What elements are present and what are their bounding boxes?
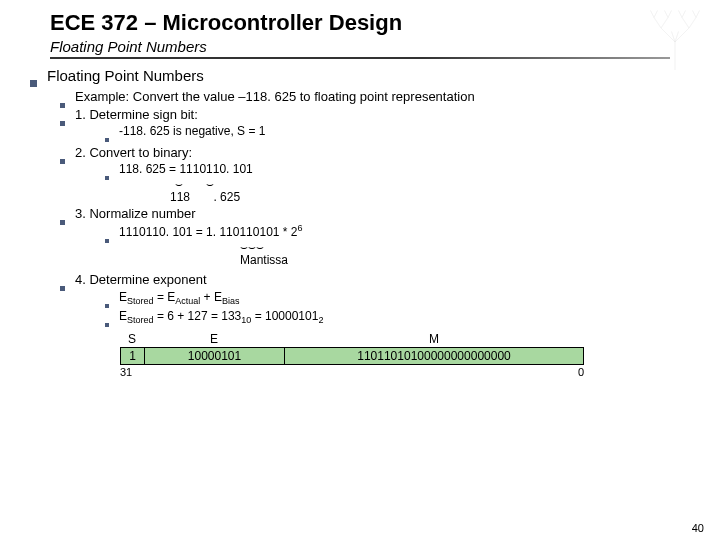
course-title: ECE 372 – Microcontroller Design	[50, 10, 720, 36]
mantissa-bits: 11011010100000000000000	[284, 347, 584, 365]
example-line: Example: Convert the value –118. 625 to …	[60, 88, 720, 106]
exponent-bits: 10000101	[144, 347, 284, 365]
bit-field-labels: S E M	[120, 332, 720, 346]
decorative-tree-graphic	[630, 0, 720, 70]
bracket-graphic: ⌣⌣⌣	[240, 241, 720, 253]
step4-eq2: EStored = 6 + 127 = 13310 = 100001012	[105, 308, 720, 327]
page-number: 40	[692, 522, 704, 534]
bit-layout: S E M 1 10000101 11011010100000000000000…	[120, 332, 720, 378]
bullet-icon	[60, 220, 65, 225]
bracket-graphic: ⌣ ⌣	[175, 178, 720, 190]
bit-positions: 31 0	[120, 366, 584, 378]
mantissa-label: Mantissa	[240, 253, 720, 267]
step2: 2. Convert to binary:	[60, 144, 720, 162]
section-heading: Floating Point Numbers	[30, 67, 720, 84]
bullet-icon	[105, 176, 109, 180]
sign-bit: 1	[120, 347, 144, 365]
bit-boxes: 1 10000101 11011010100000000000000	[120, 347, 720, 365]
topic-subtitle: Floating Point Numbers	[50, 38, 720, 55]
step4-eq1: EStored = EActual + EBias	[105, 289, 720, 308]
step2-detail: 118. 625 = 1110110. 101	[105, 161, 720, 178]
bullet-icon	[30, 80, 37, 87]
bullet-icon	[60, 121, 65, 126]
step3-detail: 1110110. 101 = 1. 110110101 * 26	[105, 222, 720, 241]
step2-parts: 118 . 625	[170, 190, 720, 204]
step1-detail: -118. 625 is negative, S = 1	[105, 123, 720, 140]
bullet-icon	[105, 239, 109, 243]
slide-header: ECE 372 – Microcontroller Design Floatin…	[0, 0, 720, 55]
step4: 4. Determine exponent	[60, 271, 720, 289]
step3: 3. Normalize number	[60, 205, 720, 223]
bullet-icon	[105, 304, 109, 308]
step1: 1. Determine sign bit:	[60, 106, 720, 124]
slide-content: Floating Point Numbers Example: Convert …	[0, 59, 720, 378]
bullet-icon	[60, 286, 65, 291]
bullet-icon	[60, 159, 65, 164]
bullet-icon	[105, 138, 109, 142]
bullet-icon	[60, 103, 65, 108]
bullet-icon	[105, 323, 109, 327]
